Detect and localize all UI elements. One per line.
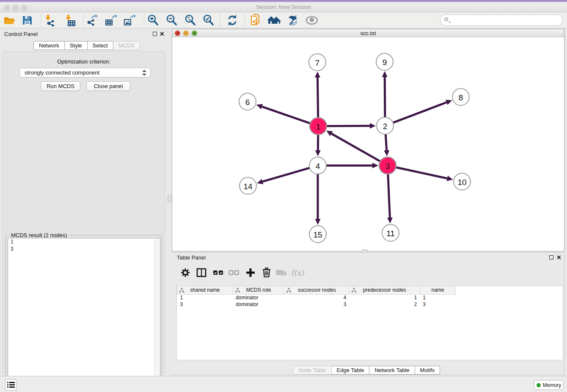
select-stepper-icon: [142, 69, 147, 76]
column-tree-icon: [286, 288, 291, 293]
export-table-icon[interactable]: [104, 14, 118, 27]
column-header-name[interactable]: name: [420, 286, 456, 294]
result-scrollbar[interactable]: [154, 239, 159, 388]
table-tabs: Node Table Edge Table Network Table Moti…: [293, 366, 440, 375]
graph-node-label: 8: [459, 93, 463, 102]
open-session-icon[interactable]: [3, 14, 16, 27]
task-history-button[interactable]: [5, 379, 17, 390]
vertical-splitter-handle[interactable]: [168, 195, 171, 202]
cell-predecessor_nodes[interactable]: 1: [350, 294, 420, 301]
deselect-all-checkboxes-icon[interactable]: [228, 266, 240, 279]
tab-motifs[interactable]: Motifs: [415, 366, 440, 375]
zoom-in-icon[interactable]: [146, 14, 160, 27]
run-mcds-button[interactable]: Run MCDS: [41, 81, 80, 91]
tab-edge-table[interactable]: Edge Table: [332, 366, 370, 375]
cell-mcds_role[interactable]: dominator: [233, 301, 284, 308]
cell-successor_nodes[interactable]: 3: [284, 301, 350, 308]
toolbar-separator: [220, 14, 220, 27]
zoom-fit-icon[interactable]: [184, 14, 197, 27]
graph-edge-arrowhead: [257, 179, 263, 184]
graph-edge-2-8[interactable]: [393, 102, 447, 123]
column-header-label: MCDS role: [233, 287, 284, 293]
table-row[interactable]: 3dominator323: [177, 301, 563, 308]
search-input[interactable]: [451, 16, 559, 25]
column-header-mcds_role[interactable]: MCDS role: [233, 286, 284, 294]
refresh-layout-icon[interactable]: [226, 14, 239, 27]
cell-successor_nodes[interactable]: 4: [284, 294, 350, 301]
graph-node-label: 4: [316, 162, 320, 171]
cell-shared_name[interactable]: 1: [177, 294, 233, 301]
delete-row-icon[interactable]: [260, 266, 273, 279]
graph-edge-arrowhead: [382, 71, 388, 77]
graph-edge-3-11[interactable]: [388, 174, 390, 218]
toolbar-separator: [144, 14, 144, 27]
graph-edge-4-14[interactable]: [263, 168, 310, 182]
duplicate-network-icon[interactable]: [249, 14, 262, 27]
cell-name[interactable]: 3: [420, 301, 456, 308]
graph-edge-3-10[interactable]: [396, 167, 447, 178]
column-header-successor_nodes[interactable]: successor nodes: [284, 286, 350, 294]
import-network-icon[interactable]: [43, 14, 57, 27]
show-all-networks-icon[interactable]: [267, 14, 281, 27]
network-graph[interactable]: 7968124314101511: [172, 37, 564, 251]
tab-mcds[interactable]: MCDS: [113, 41, 140, 50]
graph-edge-1-2[interactable]: [327, 126, 370, 126]
node-table[interactable]: shared nameMCDS rolesuccessor nodesprede…: [176, 286, 563, 360]
graph-edge-arrowhead: [372, 163, 378, 168]
tab-node-table[interactable]: Node Table: [293, 366, 332, 375]
mcds-panel: Optimization criterion: strongly connect…: [3, 51, 165, 373]
tab-network-table[interactable]: Network Table: [369, 366, 415, 375]
memory-button[interactable]: Memory: [534, 380, 564, 390]
table-row[interactable]: 1dominator411: [177, 294, 563, 301]
function-builder-icon[interactable]: f(x): [291, 266, 304, 279]
close-table-panel-icon[interactable]: ✕: [556, 255, 561, 259]
save-session-icon[interactable]: [20, 14, 34, 27]
column-header-shared_name[interactable]: shared name: [177, 286, 233, 294]
graph-edge-1-6[interactable]: [262, 107, 310, 124]
tab-network[interactable]: Network: [33, 41, 65, 50]
graph-edge-2-3[interactable]: [385, 134, 386, 150]
select-all-checkboxes-icon[interactable]: [212, 266, 225, 279]
export-network-icon[interactable]: [85, 14, 99, 27]
search-box[interactable]: [440, 14, 563, 26]
optimization-criterion-select[interactable]: strongly connected component: [19, 68, 151, 77]
graph-edge-3-1[interactable]: [331, 134, 380, 161]
table-panel: Table Panel ✕: [172, 252, 564, 375]
graph-edge-arrowhead: [446, 100, 452, 105]
network-window-titlebar[interactable]: x − + scc.txt: [172, 29, 564, 37]
optimization-criterion-label: Optimization criterion:: [3, 58, 165, 65]
graph-edge-arrowhead: [315, 72, 320, 77]
graph-node-label: 7: [315, 58, 320, 67]
tab-select[interactable]: Select: [88, 41, 113, 50]
graph-edge-2-9[interactable]: [385, 77, 385, 117]
mcds-result-title: MCDS result (2 nodes): [9, 232, 69, 238]
export-image-icon[interactable]: [123, 14, 136, 27]
import-table-icon[interactable]: [63, 14, 77, 27]
tab-style[interactable]: Style: [65, 41, 88, 50]
status-bar: Memory: [0, 376, 567, 392]
graph-edge-1-7[interactable]: [317, 77, 318, 118]
table-body: 1dominator4113dominator323: [177, 294, 563, 308]
cell-name[interactable]: 1: [420, 294, 456, 301]
show-graphics-details-icon[interactable]: [305, 14, 319, 27]
column-header-predecessor_nodes[interactable]: predecessor nodes: [350, 286, 420, 294]
fx-label: f(x): [291, 268, 304, 277]
close-panel-icon[interactable]: ✕: [160, 32, 165, 36]
hide-panel-icon[interactable]: [286, 14, 300, 27]
graph-node-label: 2: [383, 122, 388, 131]
float-panel-icon[interactable]: [153, 32, 157, 36]
mcds-result-list[interactable]: 1 3: [8, 238, 160, 389]
result-item[interactable]: 3: [8, 246, 160, 253]
delete-table-icon[interactable]: [275, 266, 288, 279]
column-layout-icon[interactable]: [195, 266, 208, 279]
cell-mcds_role[interactable]: dominator: [233, 294, 284, 301]
zoom-selected-icon[interactable]: [202, 14, 215, 27]
column-settings-icon[interactable]: [179, 266, 192, 279]
result-item[interactable]: 1: [8, 238, 160, 246]
cell-predecessor_nodes[interactable]: 2: [350, 301, 420, 308]
zoom-out-icon[interactable]: [165, 14, 179, 27]
add-row-icon[interactable]: [244, 266, 257, 279]
cell-shared_name[interactable]: 3: [177, 301, 233, 308]
float-table-panel-icon[interactable]: [549, 255, 553, 259]
close-panel-button[interactable]: Close panel: [86, 81, 130, 91]
